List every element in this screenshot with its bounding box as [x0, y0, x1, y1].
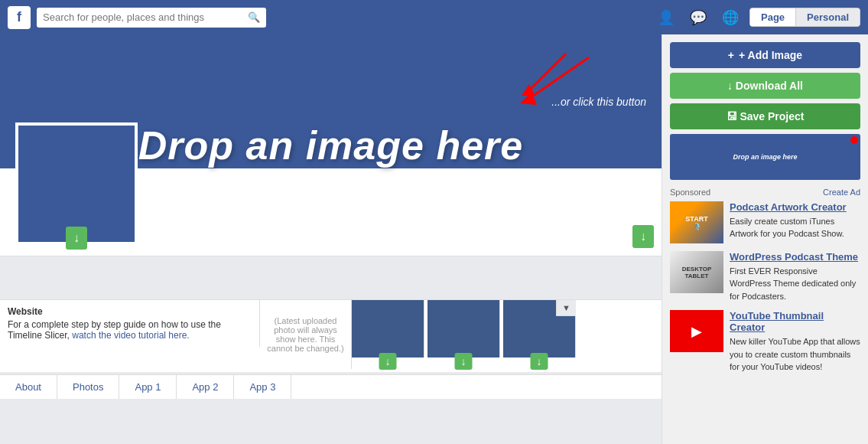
website-title: Website: [8, 306, 252, 317]
facebook-logo: f: [8, 6, 31, 29]
ad-wordpress: DESKTOPTABLET WordPress Podcast Theme Fi…: [670, 251, 860, 302]
cover-download-button[interactable]: ↓: [632, 225, 654, 248]
profile-info-row: Website For a complete step by step guid…: [0, 299, 662, 372]
tab-about[interactable]: About: [0, 375, 57, 399]
ad-youtube-image: ▶: [670, 310, 723, 352]
sponsored-header: Sponsored Create Ad: [670, 188, 860, 197]
tab-personal[interactable]: Personal: [796, 8, 860, 26]
video-tutorial-link[interactable]: watch the video tutorial here.: [72, 330, 189, 341]
ad-wordpress-title[interactable]: WordPress Podcast Theme: [730, 251, 860, 263]
download-all-button[interactable]: ↓ Download All: [670, 73, 860, 99]
search-bar[interactable]: 🔍: [37, 8, 266, 28]
app-2-thumbnail: ↓: [427, 300, 500, 357]
ad-youtube-content: YouTube Thumbnail Creator New killer You…: [730, 310, 860, 373]
profile-download-button[interactable]: ↓: [66, 227, 87, 250]
tab-app2[interactable]: App 2: [177, 375, 234, 399]
friends-icon: 👤: [658, 9, 675, 26]
sponsored-label: Sponsored: [670, 188, 710, 197]
app-3-download-button[interactable]: ↓: [531, 353, 548, 370]
ad-podcast-title[interactable]: Podcast Artwork Creator: [730, 201, 860, 213]
tab-page[interactable]: Page: [750, 8, 795, 26]
create-ad-link[interactable]: Create Ad: [823, 188, 860, 197]
save-project-button[interactable]: 🖫 Save Project: [670, 103, 860, 129]
ad-youtube-title[interactable]: YouTube Thumbnail Creator: [730, 310, 860, 333]
timeline-area: Drop an image here ...or click this butt…: [0, 34, 662, 444]
ad-wordpress-content: WordPress Podcast Theme First EVER Respo…: [730, 251, 860, 302]
mini-preview-badge: [850, 136, 858, 144]
mini-preview: Drop an image here: [670, 134, 860, 180]
add-image-button[interactable]: + + Add Image: [670, 42, 860, 68]
search-icon: 🔍: [248, 11, 260, 23]
photos-placeholder: (Latest uploaded photo will always show …: [260, 300, 352, 369]
globe-icon: 🌐: [722, 9, 739, 26]
app-1-thumbnail: ↓: [352, 300, 424, 357]
website-info: Website For a complete step by step guid…: [0, 300, 260, 347]
profile-picture: ↓: [15, 122, 138, 245]
photos-placeholder-text: (Latest uploaded photo will always show …: [266, 316, 345, 353]
ad-podcast-content: Podcast Artwork Creator Easily create cu…: [730, 201, 860, 240]
bottom-nav-tabs: About Photos App 1 App 2 App 3: [0, 374, 662, 399]
tab-photos[interactable]: Photos: [57, 375, 119, 399]
ad-wordpress-image: DESKTOPTABLET: [670, 251, 723, 293]
cover-photo[interactable]: Drop an image here ...or click this butt…: [0, 34, 662, 256]
tab-app1[interactable]: App 1: [119, 375, 177, 399]
dropdown-arrow[interactable]: ▼: [556, 300, 576, 316]
search-input[interactable]: [43, 11, 248, 23]
tab-app3[interactable]: App 3: [234, 375, 291, 399]
ad-youtube-desc: New killer YouTube App that allows you t…: [730, 337, 860, 371]
top-navigation: f 🔍 👤 💬 🌐 Page Personal: [0, 0, 868, 34]
messages-icon: 💬: [690, 9, 707, 26]
ad-podcast-image: START🎙️: [670, 201, 723, 243]
main-layout: Drop an image here ...or click this butt…: [0, 34, 868, 444]
page-personal-tabs: Page Personal: [749, 8, 860, 27]
app-1-download-button[interactable]: ↓: [379, 353, 397, 370]
profile-section: ↓ ↓: [0, 168, 662, 256]
ad-wordpress-desc: First EVER Responsive WordPress Theme de…: [730, 266, 856, 301]
app-2-download-button[interactable]: ↓: [455, 353, 473, 370]
drop-zone-text: Drop an image here: [138, 122, 523, 168]
apps-row: ↓ ↓ ↓ ▼: [352, 300, 576, 357]
arrow-indicator: [505, 50, 597, 113]
ad-podcast: START🎙️ Podcast Artwork Creator Easily c…: [670, 201, 860, 243]
add-image-icon: +: [728, 49, 734, 61]
svg-line-0: [528, 57, 589, 100]
mini-preview-text: Drop an image here: [733, 153, 797, 161]
ad-podcast-desc: Easily create custom iTunes Artwork for …: [730, 217, 844, 238]
ad-youtube: ▶ YouTube Thumbnail Creator New killer Y…: [670, 310, 860, 373]
right-sidebar: + + Add Image ↓ Download All 🖫 Save Proj…: [662, 34, 868, 444]
